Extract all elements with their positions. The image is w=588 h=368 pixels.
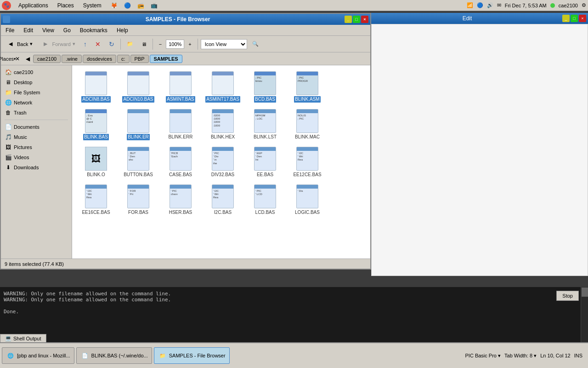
file-item[interactable]: ASMINT17.BAS xyxy=(203,69,243,105)
file-item[interactable]: MPASM; LOC BLINK.LST xyxy=(245,107,285,143)
close-button[interactable]: × xyxy=(361,16,368,23)
file-item[interactable]: ' I2C' WriRea EE16CE.BAS xyxy=(76,182,116,218)
sidebar-item-music[interactable]: 🎵 Music xyxy=(1,132,72,142)
file-item[interactable]: ADCIN8.BAS xyxy=(76,69,116,105)
reload-button[interactable]: ↻ xyxy=(106,39,118,49)
sidebar-item-network[interactable]: 🌐 Network xyxy=(1,98,72,108)
browse-folder-button[interactable]: 📁 xyxy=(124,40,136,48)
breadcrumb-cae2100[interactable]: cae2100 xyxy=(33,55,61,63)
downloads-icon: ⬇ xyxy=(5,164,12,171)
places-menu[interactable]: Places xyxy=(56,1,76,10)
email-icon: ✉ xyxy=(497,2,501,8)
file-item[interactable]: ; BUT' Densho BUTTON.BAS xyxy=(118,144,158,180)
file-item[interactable]: BLINK.ERR xyxy=(160,107,201,143)
tab-width-label[interactable]: Tab Width: 8 ▾ xyxy=(504,353,537,359)
applications-menu[interactable]: Applications xyxy=(17,1,50,10)
file-name: BCD.BAS xyxy=(254,96,276,103)
search-button[interactable]: 🔍 xyxy=(249,40,262,48)
file-item[interactable]: NOLIS; PIC BLINK.MAC xyxy=(287,107,328,143)
home-icon: 🏠 xyxy=(5,69,12,76)
up-button[interactable]: ↑ xyxy=(80,39,90,49)
file-item[interactable]: :0200:1000:1000:1000 BLINK.HEX xyxy=(203,107,243,143)
breadcrumb-samples[interactable]: SAMPLES xyxy=(150,55,182,63)
sidebar-item-documents[interactable]: 📄 Documents xyxy=(1,122,72,132)
file-item[interactable]: ' EEP' DenIni EE.BAS xyxy=(245,144,285,180)
editor-close-button[interactable]: × xyxy=(579,15,586,22)
zoom-input[interactable] xyxy=(166,40,184,49)
places-button[interactable]: Places ▾ xyxy=(3,54,12,63)
file-icon xyxy=(85,71,107,95)
file-item[interactable]: ; PICPROGR BLINK.ASM xyxy=(287,69,328,105)
file-item[interactable]: ; PICbinou BCD.BAS xyxy=(245,69,285,105)
sidebar-item-videos[interactable]: 🎬 Videos xyxy=(1,152,72,162)
file-item[interactable]: ' PIC' Div' inthe DIV32.BAS xyxy=(203,144,243,180)
shell-scrollbar[interactable] xyxy=(581,287,588,342)
sidebar-item-filesystem[interactable]: 📁 File System xyxy=(1,87,72,98)
system-menu[interactable]: System xyxy=(81,1,103,10)
file-item[interactable]: ' PICcharv HSER.BAS xyxy=(160,182,201,218)
window-titlebar: SAMPLES - File Browser _ □ × xyxy=(1,14,370,25)
sidebar-item-desktop[interactable]: 🖥 Desktop xyxy=(1,77,72,87)
taskbar-item-mozilla[interactable]: 🌐 [pbp and linux - Mozill... xyxy=(2,347,74,364)
file-name: BUTTON.BAS xyxy=(123,172,154,178)
shell-tab-button[interactable]: 💻 Shell Output xyxy=(0,334,46,342)
fb-menu-help[interactable]: Help xyxy=(114,26,131,34)
minimize-button[interactable]: _ xyxy=(345,16,352,23)
file-item[interactable]: ' Dis LOGIC.BAS xyxy=(287,182,328,218)
file-item[interactable]: ' PIC' LCD LCD.BAS xyxy=(245,182,285,218)
file-item[interactable]: 🖼 BLINK.O xyxy=(76,144,116,180)
editor-maximize-button[interactable]: □ xyxy=(571,15,578,22)
maximize-button[interactable]: □ xyxy=(353,16,360,23)
mozilla-icon: 🌐 xyxy=(6,351,15,360)
file-item[interactable]: ' I2C' WriRea I2C.BAS xyxy=(203,182,243,218)
videos-icon: 🎬 xyxy=(5,154,12,161)
editor-content[interactable] xyxy=(371,24,588,276)
sidebar-item-downloads[interactable]: ⬇ Downloads xyxy=(1,162,72,172)
taskbar-item-samples[interactable]: 📁 SAMPLES - File Browser xyxy=(154,347,230,364)
taskbar-item-blink[interactable]: 📄 BLINK.BAS (~/.wine/do... xyxy=(76,347,152,364)
file-icon: ; BUT' Densho xyxy=(127,147,149,171)
breadcrumb-pbp[interactable]: PBP xyxy=(130,55,149,63)
back-dropdown-icon[interactable]: ▾ xyxy=(30,41,33,47)
sidebar-item-pictures[interactable]: 🖼 Pictures xyxy=(1,142,72,152)
browse-web-icon: 🖥 xyxy=(141,41,147,47)
file-item[interactable]: ASMINT.BAS xyxy=(160,69,201,105)
fb-menu-go[interactable]: Go xyxy=(61,26,74,34)
close-sidebar-button[interactable]: ✕ xyxy=(13,54,22,63)
fb-menu-edit[interactable]: Edit xyxy=(21,26,36,34)
breadcrumb-wine[interactable]: .wine xyxy=(62,55,82,63)
stop-button[interactable]: ✕ xyxy=(92,39,104,49)
breadcrumb-c[interactable]: c: xyxy=(117,55,130,63)
file-name: ADCIN10.BAS xyxy=(122,96,154,103)
file-item[interactable]: ' I2C' WriRea EE12CE.BAS xyxy=(287,144,328,180)
network-icon: 📶 xyxy=(467,2,473,8)
breadcrumb-dosdevices[interactable]: dosdevices xyxy=(83,55,116,63)
file-icon: ' EEP' DenIni xyxy=(254,147,276,171)
fb-menubar: File Edit View Go Bookmarks Help xyxy=(1,25,370,36)
browse-web-button[interactable]: 🖥 xyxy=(138,40,150,48)
file-name: ADCIN8.BAS xyxy=(81,96,110,103)
editor-minimize-button[interactable]: _ xyxy=(562,15,570,22)
editor-titlebar: Edit _ □ × xyxy=(371,13,588,24)
stop-button[interactable]: Stop xyxy=(556,291,579,301)
file-item[interactable]: ADCIN10.BAS xyxy=(118,69,158,105)
zoom-in-button[interactable]: + xyxy=(185,40,194,48)
file-icon: ' I2C' WriRea xyxy=(212,184,234,208)
forward-button[interactable]: ▶ Forward ▾ xyxy=(38,38,78,50)
zoom-out-button[interactable]: − xyxy=(156,40,165,48)
fb-menu-view[interactable]: View xyxy=(40,26,57,34)
file-item[interactable]: 'PICB'Each CASE.BAS xyxy=(160,144,201,180)
sidebar-item-cae2100[interactable]: 🏠 cae2100 xyxy=(1,67,72,77)
back-button[interactable]: ◀ Back ▾ xyxy=(3,38,36,50)
pic-basic-pro-label[interactable]: PIC Basic Pro ▾ xyxy=(465,353,501,359)
fb-menu-bookmarks[interactable]: Bookmarks xyxy=(77,26,110,34)
forward-dropdown-icon[interactable]: ▾ xyxy=(73,41,75,47)
view-select[interactable]: Icon View List View Compact View xyxy=(201,39,247,49)
file-item[interactable]: ' FOR' Pri FOR.BAS xyxy=(118,182,158,218)
file-item[interactable]: ; Exa@ Cmainl BLINK.BAS xyxy=(76,107,116,143)
user-settings-icon[interactable]: ⚙ xyxy=(582,2,586,8)
fb-menu-file[interactable]: File xyxy=(3,26,17,34)
breadcrumb-back-button[interactable]: ◀ xyxy=(23,54,32,63)
sidebar-item-trash[interactable]: 🗑 Trash xyxy=(1,108,72,118)
file-item[interactable]: BLINK.ER xyxy=(118,107,158,143)
